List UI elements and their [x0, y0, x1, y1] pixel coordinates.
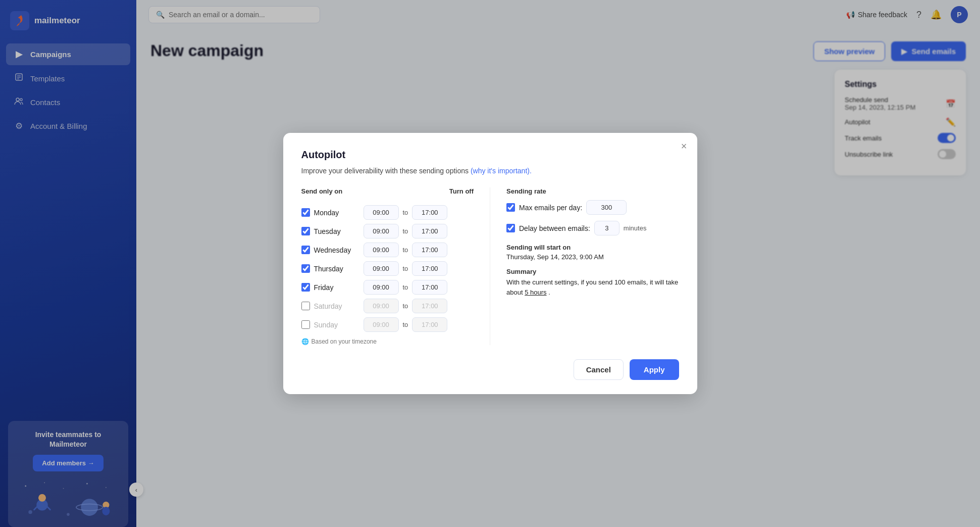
sunday-checkbox[interactable] [301, 320, 310, 329]
main-area: 🔍 📢 Share feedback ? 🔔 P New campaign Sh… [136, 0, 980, 527]
tuesday-to-input[interactable] [412, 224, 447, 238]
sunday-from-input [364, 317, 399, 332]
summary-highlight: 5 hours [525, 289, 546, 296]
sunday-to-input [412, 317, 447, 332]
tuesday-label: Tuesday [314, 227, 359, 235]
monday-label: Monday [314, 209, 359, 217]
globe-icon: 🌐 [301, 338, 309, 345]
tuesday-from-input[interactable] [364, 224, 399, 238]
saturday-to-input [412, 299, 447, 313]
thursday-to-label: to [403, 265, 408, 272]
modal-body: Send only on Turn off Monday to [301, 187, 679, 345]
monday-to-label: to [403, 209, 408, 216]
saturday-label: Saturday [314, 302, 359, 310]
day-row-wednesday: Wednesday to [301, 243, 474, 257]
wednesday-to-input[interactable] [412, 243, 447, 257]
sending-rate-section: Sending rate Max emails per day: Delay b… [506, 187, 679, 345]
sending-start-label: Sending will start on [506, 244, 679, 251]
modal-close-button[interactable]: × [681, 141, 687, 151]
saturday-to-label: to [403, 302, 408, 310]
turn-off-label: Turn off [449, 187, 474, 195]
summary-end: . [548, 289, 550, 296]
friday-label: Friday [314, 283, 359, 292]
modal-subtitle: Improve your deliverability with these s… [301, 166, 679, 176]
delay-checkbox[interactable] [506, 224, 515, 232]
delay-unit-label: minutes [624, 224, 647, 232]
sending-start-value: Thursday, Sep 14, 2023, 9:00 AM [506, 253, 679, 261]
sending-info: Sending will start on Thursday, Sep 14, … [506, 244, 679, 297]
day-row-tuesday: Tuesday to [301, 224, 474, 238]
sunday-label: Sunday [314, 321, 359, 329]
day-row-saturday: Saturday to [301, 299, 474, 313]
wednesday-label: Wednesday [314, 246, 359, 254]
modal-overlay[interactable]: × Autopilot Improve your deliverability … [136, 0, 980, 527]
delay-row: Delay between emails: minutes [506, 221, 679, 235]
days-table: Monday to Tuesday to [301, 205, 474, 332]
day-row-thursday: Thursday to [301, 261, 474, 276]
summary-label: Summary [506, 268, 679, 275]
monday-from-input[interactable] [364, 205, 399, 220]
friday-to-label: to [403, 283, 408, 291]
send-only-section: Send only on Turn off Monday to [301, 187, 474, 345]
sunday-to-label: to [403, 321, 408, 328]
apply-button[interactable]: Apply [630, 359, 679, 380]
monday-to-input[interactable] [412, 205, 447, 220]
saturday-checkbox[interactable] [301, 302, 310, 310]
thursday-to-input[interactable] [412, 261, 447, 276]
sending-rate-label: Sending rate [506, 187, 679, 195]
friday-from-input[interactable] [364, 280, 399, 295]
why-important-link[interactable]: (why it's important). [471, 167, 532, 175]
max-emails-input[interactable] [586, 200, 627, 215]
thursday-from-input[interactable] [364, 261, 399, 276]
delay-input[interactable] [594, 221, 620, 235]
wednesday-to-label: to [403, 246, 408, 254]
thursday-checkbox[interactable] [301, 264, 310, 273]
summary-text: With the current settings, if you send 1… [506, 277, 679, 297]
modal-title: Autopilot [301, 149, 679, 161]
wednesday-checkbox[interactable] [301, 246, 310, 254]
max-emails-checkbox[interactable] [506, 203, 515, 212]
wednesday-from-input[interactable] [364, 243, 399, 257]
autopilot-modal: × Autopilot Improve your deliverability … [283, 133, 697, 394]
section-divider [490, 187, 490, 345]
friday-to-input[interactable] [412, 280, 447, 295]
saturday-from-input [364, 299, 399, 313]
thursday-label: Thursday [314, 265, 359, 273]
max-emails-label: Max emails per day: [519, 204, 582, 212]
monday-checkbox[interactable] [301, 208, 310, 217]
timezone-note: 🌐 Based on your timezone [301, 338, 474, 345]
friday-checkbox[interactable] [301, 283, 310, 292]
tuesday-to-label: to [403, 227, 408, 235]
tuesday-checkbox[interactable] [301, 227, 310, 235]
max-emails-row: Max emails per day: [506, 200, 679, 215]
day-row-monday: Monday to [301, 205, 474, 220]
day-row-friday: Friday to [301, 280, 474, 295]
modal-footer: Cancel Apply [301, 359, 679, 380]
delay-label: Delay between emails: [519, 224, 590, 232]
cancel-button[interactable]: Cancel [574, 359, 624, 380]
send-only-on-label: Send only on [301, 187, 343, 195]
day-row-sunday: Sunday to [301, 317, 474, 332]
